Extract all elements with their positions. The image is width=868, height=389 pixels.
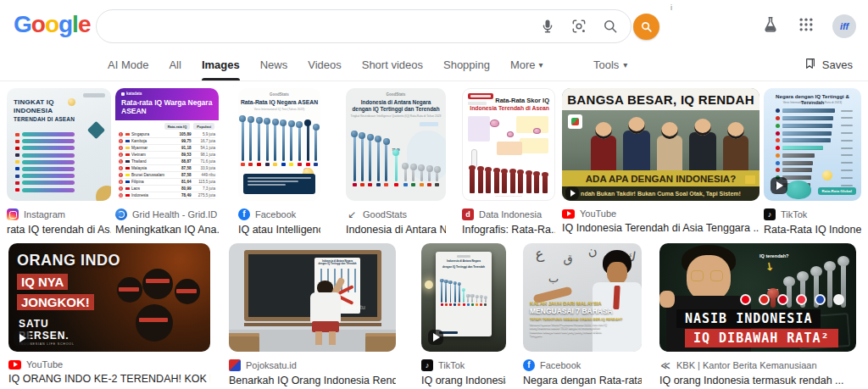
result-source[interactable]: Facebook [238, 208, 320, 220]
pin-head [256, 117, 263, 124]
flag-dot [15, 181, 19, 185]
result-title[interactable]: Infografis: Rata-Ra... [462, 224, 555, 236]
flag-dot [241, 163, 245, 166]
avatar[interactable]: iff [832, 14, 856, 38]
result-source[interactable]: YouTube [8, 359, 210, 370]
flag-dot [265, 163, 270, 166]
result-title[interactable]: Negara dengan Rata-rata I... [523, 375, 642, 386]
table-headers: Rata-rata IQPopulasi [164, 123, 214, 130]
result-source[interactable]: YouTube [562, 208, 760, 219]
result-title[interactable]: IQ ORANG INDO KE-2 TERENDAH! KOK BISA ..… [8, 373, 210, 385]
result-title[interactable]: IQ orang Indonesia... [421, 375, 506, 386]
image-result[interactable]: BANGSA BESAR, IQ RENDAH ADA APA DENGAN I… [562, 88, 760, 234]
result-source[interactable]: Data Indonesia [462, 208, 555, 220]
thumb-headline: MENGUASAI 7 BAHASA [530, 307, 613, 315]
pin-head [239, 115, 246, 122]
results-tab[interactable]: Videos [308, 49, 342, 81]
image-result[interactable]: katadata Rata-rata IQ Warga Negara ASEAN… [115, 88, 219, 236]
cartoon-person [591, 136, 616, 173]
result-thumbnail[interactable]: ORANG INDO IQ NYA JONGKOK! SATU PERSEN. … [8, 243, 210, 352]
result-title[interactable]: IQ atau Intelligence Q... [238, 224, 320, 236]
result-thumbnail[interactable]: Indonesia di Antara Negara dengan IQ Ter… [421, 243, 506, 352]
flag-dot [298, 163, 302, 166]
search-icon[interactable] [602, 18, 619, 35]
results-tab[interactable]: More▾ [510, 49, 543, 81]
result-source[interactable]: TikTok [764, 208, 861, 220]
facebook-favicon [238, 208, 250, 220]
bar [782, 116, 833, 120]
image-result[interactable]: TINGKAT IQ INDONESIA TERENDAH DI ASEAN I… [7, 88, 111, 236]
results-tab[interactable]: All [169, 49, 181, 81]
image-result[interactable]: IQ terendah? ↘ 78,48 [659, 243, 856, 386]
results-tab[interactable]: Images [202, 49, 240, 81]
table-row: 7 Brunei Darussalam 87,58 449 ribu [119, 172, 215, 179]
search-bar[interactable] [96, 9, 632, 43]
result-thumbnail[interactable]: ع ق ن ك ب KALAH JAUH DARI MALAYSIA MENGU… [523, 243, 642, 352]
result-source[interactable]: Grid Health - Grid.ID [115, 208, 219, 220]
bookmark-icon [803, 57, 816, 73]
flag-dot [776, 168, 780, 172]
result-source[interactable]: KBK | Kantor Berita Kemanusiaan [659, 359, 856, 371]
result-source[interactable]: Facebook [523, 359, 642, 371]
result-source[interactable]: GoodStats [346, 208, 446, 220]
poster-brand: GoodStats [238, 92, 320, 97]
image-result[interactable]: GoodStats Indonesia di Antara Negaradeng… [346, 88, 446, 236]
search-input[interactable] [108, 10, 532, 42]
results-tab[interactable]: Short videos [362, 49, 423, 81]
result-title[interactable]: IQ orang Indonesia termasuk rendah ... [659, 375, 856, 386]
result-title[interactable]: rata IQ terendah di As... [7, 224, 111, 236]
result-thumbnail[interactable]: Rata-Rata Skor IQ Indonesia Terendah di … [462, 88, 555, 201]
result-thumbnail[interactable]: Indonesia di Antara Negara dengan IQ Ter… [229, 243, 396, 352]
info-box [243, 174, 315, 194]
lens-icon[interactable] [570, 18, 587, 35]
image-result[interactable]: Negara dengan IQ Tertinggi & Terendah Ve… [764, 88, 861, 236]
result-title[interactable]: Rata-Rata IQ Indones... [764, 224, 861, 236]
rank-bar [22, 139, 75, 143]
results-tab[interactable]: AI Mode [108, 49, 148, 81]
brand-ribbon [468, 93, 493, 99]
image-result[interactable]: Rata-Rata Skor IQ Indonesia Terendah di … [462, 88, 555, 236]
result-title[interactable]: Benarkah IQ Orang Indonesia Rendah ... [229, 375, 396, 386]
result-title[interactable]: Meningkatkan IQ Ana... [115, 224, 219, 236]
flag-dot [281, 163, 286, 166]
result-source[interactable]: Pojoksatu.id [229, 359, 396, 371]
result-title[interactable]: Indonesia di Antara N... [346, 224, 446, 236]
result-thumbnail[interactable]: GoodStats Indonesia di Antara Negaradeng… [346, 88, 446, 201]
result-thumbnail[interactable]: GoodStats Rata-Rata IQ Negara ASEAN Vers… [238, 88, 320, 201]
image-result[interactable]: GoodStats Rata-Rata IQ Negara ASEAN Vers… [238, 88, 320, 236]
result-title[interactable]: IQ Indonesia Terendah di Asia Tenggara .… [562, 222, 760, 234]
logo-letter: e [78, 11, 91, 38]
results-tab[interactable]: Shopping [443, 49, 490, 81]
saves-button[interactable]: Saves [803, 49, 853, 81]
extension-search-button[interactable] [633, 14, 659, 40]
result-thumbnail[interactable]: Negara dengan IQ Tertinggi & Terendah Ve… [764, 88, 861, 201]
results-tab[interactable]: News [260, 49, 288, 81]
result-thumbnail[interactable]: TINGKAT IQ INDONESIA TERENDAH DI ASEAN [7, 88, 111, 201]
tools-label: Tools [593, 58, 619, 71]
brain-pin-head [783, 276, 795, 286]
flag-dot [776, 161, 780, 165]
apps-grid-icon[interactable] [798, 16, 815, 36]
bar [782, 131, 832, 136]
result-thumbnail[interactable]: BANGSA BESAR, IQ RENDAH ADA APA DENGAN I… [562, 88, 760, 201]
image-result[interactable]: ع ق ن ك ب KALAH JAUH DARI MALAYSIA MENGU… [523, 243, 642, 386]
image-result[interactable]: ORANG INDO IQ NYA JONGKOK! SATU PERSEN. … [8, 243, 210, 385]
tab-label: Short videos [362, 58, 423, 71]
result-thumbnail[interactable]: katadata Rata-rata IQ Warga Negara ASEAN… [115, 88, 219, 201]
tools-menu[interactable]: Tools▾ [593, 49, 627, 81]
labs-icon[interactable] [761, 15, 780, 37]
mic-icon[interactable] [539, 18, 556, 35]
result-thumbnail[interactable]: IQ terendah? ↘ 78,48 [659, 243, 856, 352]
source-label: YouTube [26, 359, 63, 370]
source-label: Grid Health - Grid.ID [132, 209, 217, 220]
google-logo[interactable]: Google [14, 11, 90, 38]
flag-dot [484, 303, 487, 305]
flag-dot [776, 146, 780, 150]
script-glyph: ع [534, 244, 545, 262]
image-result[interactable]: Indonesia di Antara Negara dengan IQ Ter… [421, 243, 506, 386]
poster-brand: katadata [121, 92, 213, 96]
image-result[interactable]: Indonesia di Antara Negara dengan IQ Ter… [229, 243, 396, 386]
pin-head [313, 124, 320, 131]
result-source[interactable]: TikTok [421, 359, 506, 371]
result-source[interactable]: Instagram [7, 208, 111, 220]
